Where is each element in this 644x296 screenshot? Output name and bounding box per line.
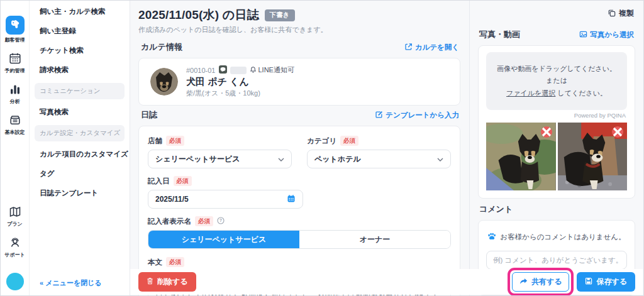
store-select[interactable]: シェリーペットサービス (148, 150, 292, 168)
duplicate-button[interactable]: 複製 (608, 8, 634, 19)
right-column: 複製 写真・動画 写真から選択 画像や動画をドラッグしてください。 または ファ… (469, 1, 643, 295)
chevron-down-icon (278, 155, 284, 163)
sidebar-section-communication: コミュニケーション (35, 83, 125, 99)
required-badge: 必須 (166, 136, 184, 146)
line-app-icon (219, 65, 227, 75)
save-button[interactable]: 保存する (577, 272, 635, 292)
rail-label: 基本設定 (5, 129, 25, 136)
bar-chart-icon (8, 82, 22, 96)
image-icon (579, 30, 587, 40)
sidebar: 飼い主・カルテ検索 飼い主登録 チケット検索 請求検索 コミュニケーション 写真… (29, 1, 130, 295)
comments-section-title: コメント (479, 204, 513, 215)
main-column: 2025/11/05(水) の日誌 下書き 作成済みのペットの日誌を確認し、お客… (130, 1, 469, 295)
dropzone-text: してください。 (555, 89, 607, 97)
media-card: 画像や動画をドラッグしてください。 または ファイルを選択 してください。 Po… (478, 45, 635, 199)
support-icon (8, 236, 22, 249)
rail-item-support[interactable]: サポート (4, 236, 25, 258)
sidebar-item-owner-register[interactable]: 飼い主登録 (30, 21, 130, 41)
calendar-picker-icon[interactable] (287, 194, 296, 205)
author-option-store[interactable]: シェリーペットサービス (148, 231, 299, 248)
sidebar-item-tags[interactable]: タグ (30, 164, 130, 184)
rail-item-reservations[interactable]: 予約管理 (5, 52, 25, 74)
calendar-icon (8, 52, 22, 65)
remove-photo-icon[interactable] (612, 126, 623, 138)
sidebar-item-ticket-search[interactable]: チケット検索 (30, 41, 130, 60)
file-dropzone[interactable]: 画像や動画をドラッグしてください。 または ファイルを選択 してください。 (486, 52, 627, 110)
rail-label: 予約管理 (5, 67, 25, 74)
date-field-label: 記入日 (148, 177, 170, 186)
pet-name: 犬田 ポチ くん (186, 76, 294, 88)
rail-label: サポート (4, 251, 25, 258)
sidebar-item-karte-customize[interactable]: カルテ項目のカスタマイズ (30, 145, 130, 164)
dog-icon (6, 16, 25, 35)
copy-icon (608, 9, 616, 19)
store-field-label: 店舗 (148, 136, 162, 146)
pet-photo-avatar (150, 68, 178, 96)
rail-label: プラン (7, 221, 23, 227)
content-area: 2025/11/05(水) の日誌 下書き 作成済みのペットの日誌を確認し、お客… (130, 1, 643, 295)
line-notify-status: LINE通知可 (258, 65, 294, 75)
edit-square-icon (375, 111, 383, 120)
bell-icon (250, 66, 257, 75)
page-title: 2025/11/05(水) の日誌 (138, 7, 259, 23)
powered-by-label: Powered by PQINA (487, 112, 626, 119)
redacted-label (230, 67, 247, 74)
pet-karte-card[interactable]: #0010-01 LINE通知可 犬田 ポチ くん 柴/黒(オス・5歳・10kg… (138, 58, 460, 106)
rail-item-analytics[interactable]: 分析 (8, 82, 22, 105)
close-menu-link[interactable]: « メニューを閉じる (30, 272, 130, 292)
required-badge: 必須 (166, 257, 184, 267)
help-question-icon[interactable]: ? (217, 217, 225, 226)
file-select-link[interactable]: ファイルを選択 (506, 89, 555, 97)
required-badge: 必須 (195, 216, 213, 226)
entry-date-input[interactable]: 2025/11/5 (148, 190, 303, 209)
remove-photo-icon[interactable] (541, 126, 552, 138)
category-select[interactable]: ペットホテル (307, 150, 451, 168)
sidebar-item-owner-karte-search[interactable]: 飼い主・カルテ検索 (30, 2, 130, 21)
open-karte-link[interactable]: カルテを開く (404, 43, 459, 52)
paw-icon (487, 233, 496, 242)
comment-input[interactable] (486, 251, 627, 270)
dropzone-text: または (546, 77, 567, 84)
page-subtitle: 作成済みのペットの日誌を確認し、お客様に共有できます。 (138, 25, 460, 35)
sidebar-item-billing-search[interactable]: 請求検索 (30, 60, 130, 80)
sidebar-item-photo-search[interactable]: 写真検索 (30, 102, 130, 122)
select-from-photos-link[interactable]: 写真から選択 (579, 30, 634, 40)
body-field-label: 本文 (148, 258, 162, 267)
external-link-icon (404, 43, 413, 52)
rail-item-customers[interactable]: 顧客管理 (5, 16, 25, 43)
chevron-down-icon (437, 155, 443, 163)
dropzone-text: 画像や動画をドラッグしてください。 (497, 65, 616, 72)
save-icon (585, 277, 592, 287)
action-bar: 削除する 共有する 保存する (130, 269, 643, 295)
avatar[interactable] (6, 273, 24, 290)
pet-id: #0010-01 (186, 67, 216, 74)
diary-section-title: 日誌 (141, 109, 157, 121)
rail-label: 顧客管理 (5, 36, 25, 43)
icon-rail: 顧客管理 予約管理 分析 基本設定 プラン (1, 1, 29, 295)
share-icon (519, 278, 528, 287)
author-option-owner[interactable]: オーナー (299, 231, 450, 248)
share-button[interactable]: 共有する (512, 272, 570, 292)
required-badge: 必須 (340, 136, 358, 146)
required-badge: 必須 (174, 176, 192, 186)
rail-label: 分析 (10, 98, 20, 105)
rail-item-plan[interactable]: プラン (7, 205, 23, 227)
sidebar-section-karte-customize: カルテ設定・カスタマイズ (35, 125, 125, 141)
delete-button[interactable]: 削除する (138, 272, 196, 292)
trash-icon (147, 277, 153, 287)
no-comments-message: お客様からのコメントはありません。 (500, 233, 625, 242)
rail-item-settings[interactable]: 基本設定 (5, 113, 25, 136)
template-input-link[interactable]: テンプレートから入力 (375, 111, 459, 120)
karte-section-title: カルテ情報 (141, 41, 182, 53)
author-field-label: 記入者表示名 (148, 217, 191, 226)
annotation-highlight: 共有する (508, 268, 574, 296)
settings-box-icon (8, 113, 22, 127)
uploaded-photo-2 (558, 123, 628, 190)
category-field-label: カテゴリ (307, 136, 336, 146)
media-section-title: 写真・動画 (479, 29, 520, 40)
sidebar-item-diary-template[interactable]: 日誌テンプレート (30, 184, 130, 203)
app-window: 顧客管理 予約管理 分析 基本設定 プラン (0, 0, 644, 296)
pet-details: 柴/黒(オス・5歳・10kg) (186, 89, 294, 98)
uploaded-photo-1 (486, 123, 556, 190)
map-icon (8, 205, 22, 219)
